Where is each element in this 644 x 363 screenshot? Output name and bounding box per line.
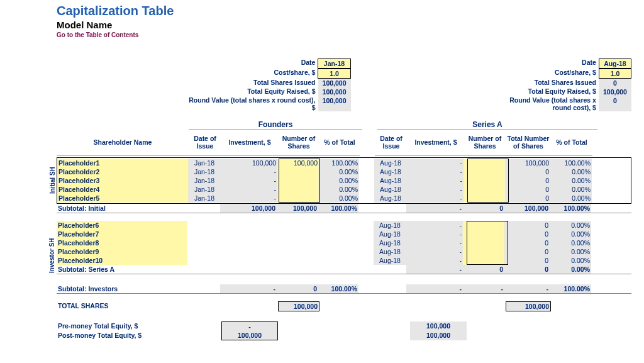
founders-cost-input[interactable]: 1.0 — [318, 69, 350, 79]
col-num-shares: Number of Shares — [278, 130, 319, 156]
date-issue-cell: Aug-18 — [374, 230, 406, 238]
num-shares-input[interactable] — [464, 185, 505, 194]
shareholder-name-input[interactable]: Placeholder5 — [57, 194, 188, 203]
date-issue-cell: Aug-18 — [374, 176, 407, 185]
num-shares-input[interactable] — [277, 167, 319, 176]
pct-cell: 0.00% — [550, 238, 591, 247]
num-shares-input[interactable] — [277, 185, 319, 194]
date-issue-cell: Jan-18 — [188, 194, 221, 203]
shareholder-name-input[interactable]: Placeholder10 — [57, 256, 187, 265]
total-num-shares-cell: 0 — [504, 256, 550, 265]
label-round-value-2: Round Value (total shares x round cost),… — [503, 96, 599, 111]
table-row: Placeholder9Aug-18-00.00% — [57, 247, 631, 256]
shareholder-name-input[interactable]: Placeholder2 — [57, 167, 188, 176]
seriesa-total-equity: 100,000 — [599, 87, 631, 96]
col-num-shares-2: Number of Shares — [464, 130, 506, 156]
table-row: Placeholder7Aug-18-00.00% — [57, 230, 631, 238]
label-total-shares: Total Shares Issued — [184, 79, 318, 87]
investment-cell: - — [407, 167, 464, 176]
date-issue-cell: Aug-18 — [374, 238, 406, 247]
post-money-founders: 100,000 — [221, 331, 278, 340]
label-total-equity-2: Total Equity Raised, $ — [503, 87, 599, 96]
initial-sh-section: Initial SH Placeholder1Jan-18100,000100,… — [57, 157, 631, 204]
num-shares-input[interactable] — [463, 256, 504, 265]
shareholder-name-input[interactable]: Placeholder7 — [57, 230, 187, 238]
col-date-issue: Date of Issue — [189, 130, 221, 156]
label-total-shares-2: Total Shares Issued — [503, 79, 599, 87]
subtotal-label: Subtotal: Series A — [57, 265, 187, 274]
founders-total-shares: 100,000 — [318, 79, 351, 87]
table-row: Placeholder4Jan-18-0.00%Aug-18-00.00% — [57, 185, 631, 194]
table-row: Placeholder2Jan-18-0.00%Aug-18-00.00% — [57, 167, 631, 176]
shareholder-name-input[interactable]: Placeholder4 — [57, 185, 188, 194]
total-num-shares-cell: 0 — [505, 194, 550, 203]
subtotal-initial: Subtotal: Initial100,000100,000100.00%-0… — [57, 204, 631, 213]
num-shares-input[interactable] — [464, 167, 505, 176]
founders-date-input[interactable]: Jan-18 — [318, 59, 350, 69]
num-shares-input[interactable]: 100,000 — [277, 159, 319, 167]
investment-cell: - — [406, 230, 463, 238]
investor-rows-wrap: Placeholder6Aug-18-00.00%Placeholder7Aug… — [57, 221, 631, 265]
num-shares-input[interactable] — [463, 247, 504, 256]
num-shares-input[interactable] — [277, 194, 319, 203]
model-name: Model Name — [57, 20, 631, 30]
shareholder-name-input[interactable]: Placeholder9 — [57, 247, 187, 256]
post-money-seriesa: 100,000 — [410, 331, 467, 340]
founders-total-equity: 100,000 — [318, 87, 351, 96]
investment-cell: - — [407, 185, 464, 194]
label-total-equity: Total Equity Raised, $ — [184, 87, 318, 96]
num-shares-input[interactable] — [463, 221, 504, 230]
shareholder-name-input[interactable]: Placeholder6 — [57, 221, 187, 230]
investment-cell: - — [407, 159, 464, 167]
label-round-value: Round Value (total shares x round cost),… — [184, 96, 318, 111]
num-shares-input[interactable] — [464, 176, 505, 185]
pct-cell: 0.00% — [319, 167, 359, 176]
table-row: Placeholder3Jan-18-0.00%Aug-18-00.00% — [57, 176, 631, 185]
toc-link[interactable]: Go to the Table of Contents — [57, 31, 631, 38]
num-shares-input[interactable] — [277, 176, 319, 185]
pct-cell: 0.00% — [550, 176, 592, 185]
num-shares-input[interactable] — [464, 194, 505, 203]
shareholder-name-input[interactable]: Placeholder8 — [57, 238, 187, 247]
seriesa-date-input[interactable]: Aug-18 — [599, 59, 631, 69]
num-shares-input[interactable] — [464, 159, 505, 167]
num-shares-input[interactable] — [463, 238, 504, 247]
table-row: Placeholder10Aug-18-00.00% — [57, 256, 631, 265]
col-total-num-shares: Total Number of Shares — [506, 130, 551, 156]
date-issue-cell: Jan-18 — [188, 167, 221, 176]
table-row: Placeholder5Jan-18-0.00%Aug-18-00.00% — [57, 194, 631, 203]
investment-cell: - — [406, 256, 463, 265]
seriesa-cost-input[interactable]: 1.0 — [599, 69, 631, 79]
pct-cell: 0.00% — [550, 230, 591, 238]
total-shares-founders: 100,000 — [278, 301, 319, 311]
investment-cell: - — [221, 176, 277, 185]
investor-sh-label: Investor SH — [48, 221, 55, 290]
date-issue-cell: Aug-18 — [374, 221, 406, 230]
total-num-shares-cell: 0 — [505, 167, 550, 176]
total-shares-seriesa: 100,000 — [506, 301, 551, 311]
date-issue-cell: Jan-18 — [188, 159, 221, 167]
pre-money-seriesa: 100,000 — [410, 321, 467, 331]
date-issue-cell: Aug-18 — [374, 185, 407, 194]
pct-cell: 0.00% — [550, 256, 591, 265]
col-shareholder: Shareholder Name — [57, 130, 189, 156]
subtotal-label: Subtotal: Initial — [57, 204, 187, 213]
shareholder-name-input[interactable]: Placeholder3 — [57, 176, 188, 185]
subtotal-seriesa: Subtotal: Series A-000.00% — [57, 265, 631, 274]
shareholder-name-input[interactable]: Placeholder1 — [57, 159, 188, 167]
total-num-shares-cell: 0 — [504, 238, 550, 247]
table-row: Placeholder1Jan-18100,000100,000100.00%A… — [57, 159, 631, 167]
pct-cell: 0.00% — [550, 194, 592, 203]
total-num-shares-cell: 0 — [505, 176, 550, 185]
pre-money-founders: - — [221, 321, 278, 331]
label-date-2: Date — [503, 59, 599, 69]
table-row: Placeholder6Aug-18-00.00% — [57, 221, 631, 230]
investment-cell: - — [221, 194, 277, 203]
total-num-shares-cell: 0 — [504, 221, 550, 230]
investment-cell: - — [406, 221, 463, 230]
pct-cell: 0.00% — [319, 194, 359, 203]
num-shares-input[interactable] — [463, 230, 504, 238]
label-cost: Cost/share, $ — [184, 69, 318, 79]
seriesa-total-shares: 0 — [599, 79, 631, 87]
col-pct-total-2: % of Total — [551, 130, 592, 156]
